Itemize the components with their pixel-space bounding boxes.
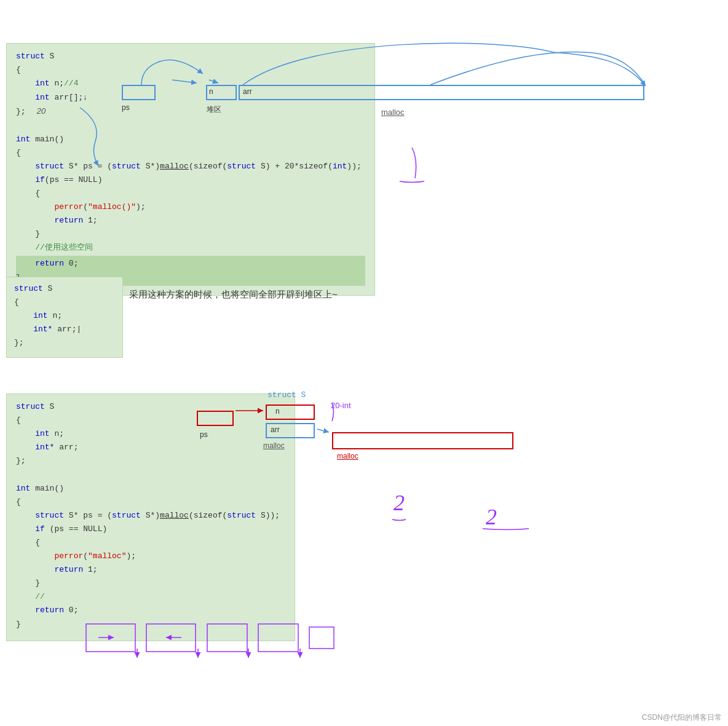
malloc-label-1: malloc — [381, 108, 405, 117]
watermark: CSDN@代阳的博客日常 — [642, 712, 722, 723]
svg-text:2: 2 — [394, 491, 405, 515]
ps-label: ps — [122, 103, 130, 112]
code-block-3: struct S { int n; int* arr; }; int main(… — [6, 393, 295, 641]
heap-label: 堆区 — [207, 105, 221, 115]
page-wrapper: struct S { int n;//4 int arr[];↓ }; 20 i… — [0, 0, 728, 726]
ps-box — [122, 85, 156, 100]
n-box-3 — [266, 404, 315, 420]
code-text-1: struct S { int n;//4 int arr[];↓ }; 20 i… — [16, 50, 365, 254]
20int-label: 20-int — [331, 401, 351, 410]
struct-s-label: struct S — [267, 390, 306, 400]
annotation-2: 2 — [486, 504, 497, 530]
code-block-2: struct S { int n; int* arr;| }; — [6, 277, 123, 358]
arr-label: arr — [243, 87, 252, 96]
code-block-1: struct S { int n;//4 int arr[];↓ }; 20 i… — [6, 43, 375, 296]
heap-space-box — [332, 432, 513, 449]
malloc-label-3b: malloc — [337, 452, 358, 460]
code-text-2: struct S { int n; int* arr;| }; — [14, 282, 115, 350]
section2-description: 采用这种方案的时候，也将空间全部开辟到堆区上~ — [129, 289, 338, 301]
arr-box — [239, 85, 644, 100]
n-label-3: n — [275, 407, 280, 416]
malloc-label-3a: malloc — [263, 441, 285, 450]
ps-label-3: ps — [200, 430, 208, 439]
code-text-3: struct S { int n; int* arr; }; int main(… — [16, 400, 285, 631]
arr-label-3: arr — [271, 425, 280, 434]
svg-rect-5 — [309, 627, 334, 649]
n-label: n — [209, 87, 213, 96]
ps-box-3 — [197, 411, 234, 426]
